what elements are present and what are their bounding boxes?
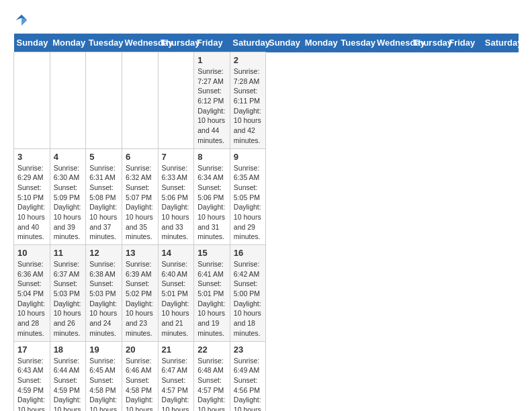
day-number: 10	[17, 248, 46, 258]
logo	[13, 13, 28, 27]
day-number: 13	[126, 248, 154, 258]
calendar-table: SundayMondayTuesdayWednesdayThursdayFrid…	[13, 34, 519, 411]
calendar-cell: 21Sunrise: 6:47 AM Sunset: 4:57 PM Dayli…	[158, 341, 194, 411]
calendar-cell	[14, 52, 50, 149]
day-number: 4	[54, 152, 83, 162]
calendar-cell	[122, 52, 158, 149]
day-number: 15	[197, 248, 226, 258]
calendar-cell: 10Sunrise: 6:36 AM Sunset: 5:04 PM Dayli…	[14, 245, 50, 342]
day-number: 2	[234, 55, 263, 65]
calendar-cell: 18Sunrise: 6:44 AM Sunset: 4:59 PM Dayli…	[50, 341, 86, 411]
calendar-cell: 7Sunrise: 6:33 AM Sunset: 5:06 PM Daylig…	[158, 148, 194, 245]
calendar-cell: 1Sunrise: 7:27 AM Sunset: 6:12 PM Daylig…	[194, 52, 230, 149]
calendar-cell: 6Sunrise: 6:32 AM Sunset: 5:07 PM Daylig…	[122, 148, 158, 245]
weekday-header: Monday	[302, 34, 339, 52]
calendar-cell	[50, 52, 86, 149]
calendar-cell: 14Sunrise: 6:40 AM Sunset: 5:01 PM Dayli…	[158, 245, 194, 342]
day-number: 17	[17, 345, 46, 355]
calendar-header-row: SundayMondayTuesdayWednesdayThursdayFrid…	[14, 34, 519, 52]
day-info: Sunrise: 6:41 AM Sunset: 5:01 PM Dayligh…	[197, 259, 226, 338]
weekday-header-thursday: Thursday	[158, 34, 194, 52]
day-number: 18	[54, 345, 83, 355]
day-number: 8	[197, 152, 226, 162]
day-info: Sunrise: 7:28 AM Sunset: 6:11 PM Dayligh…	[234, 66, 263, 146]
calendar-cell: 22Sunrise: 6:48 AM Sunset: 4:57 PM Dayli…	[194, 341, 230, 411]
day-info: Sunrise: 6:37 AM Sunset: 5:03 PM Dayligh…	[54, 259, 83, 338]
weekday-header-sunday: Sunday	[14, 34, 50, 52]
day-number: 3	[17, 152, 46, 162]
day-info: Sunrise: 6:47 AM Sunset: 4:57 PM Dayligh…	[162, 356, 191, 412]
calendar-cell: 11Sunrise: 6:37 AM Sunset: 5:03 PM Dayli…	[50, 245, 86, 342]
day-info: Sunrise: 6:39 AM Sunset: 5:02 PM Dayligh…	[126, 259, 154, 338]
calendar-cell: 4Sunrise: 6:30 AM Sunset: 5:09 PM Daylig…	[50, 148, 86, 245]
day-number: 16	[234, 248, 263, 258]
day-info: Sunrise: 6:46 AM Sunset: 4:58 PM Dayligh…	[126, 356, 154, 412]
day-info: Sunrise: 6:40 AM Sunset: 5:01 PM Dayligh…	[162, 259, 191, 338]
day-info: Sunrise: 6:31 AM Sunset: 5:08 PM Dayligh…	[89, 163, 118, 242]
day-number: 19	[89, 345, 118, 355]
day-number: 12	[89, 248, 118, 258]
day-info: Sunrise: 6:29 AM Sunset: 5:10 PM Dayligh…	[17, 163, 46, 242]
day-info: Sunrise: 6:48 AM Sunset: 4:57 PM Dayligh…	[197, 356, 226, 412]
day-number: 6	[126, 152, 154, 162]
day-number: 7	[162, 152, 191, 162]
day-number: 9	[234, 152, 263, 162]
calendar-cell: 2Sunrise: 7:28 AM Sunset: 6:11 PM Daylig…	[230, 52, 266, 149]
calendar-cell: 8Sunrise: 6:34 AM Sunset: 5:06 PM Daylig…	[194, 148, 230, 245]
day-info: Sunrise: 6:38 AM Sunset: 5:03 PM Dayligh…	[89, 259, 118, 338]
weekday-header-wednesday: Wednesday	[122, 34, 158, 52]
day-info: Sunrise: 7:27 AM Sunset: 6:12 PM Dayligh…	[197, 66, 226, 146]
calendar-cell: 3Sunrise: 6:29 AM Sunset: 5:10 PM Daylig…	[14, 148, 50, 245]
calendar-cell: 16Sunrise: 6:42 AM Sunset: 5:00 PM Dayli…	[230, 245, 266, 342]
calendar-week-row: 17Sunrise: 6:43 AM Sunset: 4:59 PM Dayli…	[14, 341, 519, 411]
day-number: 21	[162, 345, 191, 355]
day-number: 5	[89, 152, 118, 162]
day-number: 1	[197, 55, 226, 65]
svg-marker-1	[21, 18, 27, 26]
day-info: Sunrise: 6:35 AM Sunset: 5:05 PM Dayligh…	[234, 163, 263, 242]
weekday-header-tuesday: Tuesday	[86, 34, 122, 52]
calendar-cell: 15Sunrise: 6:41 AM Sunset: 5:01 PM Dayli…	[194, 245, 230, 342]
day-number: 22	[197, 345, 226, 355]
day-info: Sunrise: 6:34 AM Sunset: 5:06 PM Dayligh…	[197, 163, 226, 242]
weekday-header-friday: Friday	[194, 34, 230, 52]
day-info: Sunrise: 6:44 AM Sunset: 4:59 PM Dayligh…	[54, 356, 83, 412]
logo-icon	[15, 13, 28, 27]
calendar-cell: 19Sunrise: 6:45 AM Sunset: 4:58 PM Dayli…	[86, 341, 122, 411]
day-info: Sunrise: 6:32 AM Sunset: 5:07 PM Dayligh…	[126, 163, 154, 242]
calendar-week-row: 3Sunrise: 6:29 AM Sunset: 5:10 PM Daylig…	[14, 148, 519, 245]
day-number: 14	[162, 248, 191, 258]
calendar-cell	[158, 52, 194, 149]
weekday-header: Wednesday	[374, 34, 410, 52]
weekday-header: Tuesday	[338, 34, 374, 52]
calendar-cell: 20Sunrise: 6:46 AM Sunset: 4:58 PM Dayli…	[122, 341, 158, 411]
day-info: Sunrise: 6:30 AM Sunset: 5:09 PM Dayligh…	[54, 163, 83, 242]
day-number: 11	[54, 248, 83, 258]
day-info: Sunrise: 6:45 AM Sunset: 4:58 PM Dayligh…	[89, 356, 118, 412]
calendar-cell: 12Sunrise: 6:38 AM Sunset: 5:03 PM Dayli…	[86, 245, 122, 342]
weekday-header-saturday: Saturday	[230, 34, 266, 52]
day-info: Sunrise: 6:33 AM Sunset: 5:06 PM Dayligh…	[162, 163, 191, 242]
day-info: Sunrise: 6:49 AM Sunset: 4:56 PM Dayligh…	[234, 356, 263, 412]
day-info: Sunrise: 6:43 AM Sunset: 4:59 PM Dayligh…	[17, 356, 46, 412]
calendar-cell: 5Sunrise: 6:31 AM Sunset: 5:08 PM Daylig…	[86, 148, 122, 245]
weekday-header: Sunday	[266, 34, 302, 52]
weekday-header: Thursday	[410, 34, 447, 52]
calendar-cell: 9Sunrise: 6:35 AM Sunset: 5:05 PM Daylig…	[230, 148, 266, 245]
header	[13, 13, 519, 27]
weekday-header: Friday	[446, 34, 482, 52]
calendar-cell: 23Sunrise: 6:49 AM Sunset: 4:56 PM Dayli…	[230, 341, 266, 411]
calendar-cell: 13Sunrise: 6:39 AM Sunset: 5:02 PM Dayli…	[122, 245, 158, 342]
day-number: 23	[234, 345, 263, 355]
weekday-header: Saturday	[482, 34, 519, 52]
day-number: 20	[126, 345, 154, 355]
calendar-week-row: 1Sunrise: 7:27 AM Sunset: 6:12 PM Daylig…	[14, 52, 519, 149]
calendar-week-row: 10Sunrise: 6:36 AM Sunset: 5:04 PM Dayli…	[14, 245, 519, 342]
day-info: Sunrise: 6:36 AM Sunset: 5:04 PM Dayligh…	[17, 259, 46, 338]
calendar-cell	[86, 52, 122, 149]
calendar-cell: 17Sunrise: 6:43 AM Sunset: 4:59 PM Dayli…	[14, 341, 50, 411]
day-info: Sunrise: 6:42 AM Sunset: 5:00 PM Dayligh…	[234, 259, 263, 338]
weekday-header-monday: Monday	[50, 34, 86, 52]
